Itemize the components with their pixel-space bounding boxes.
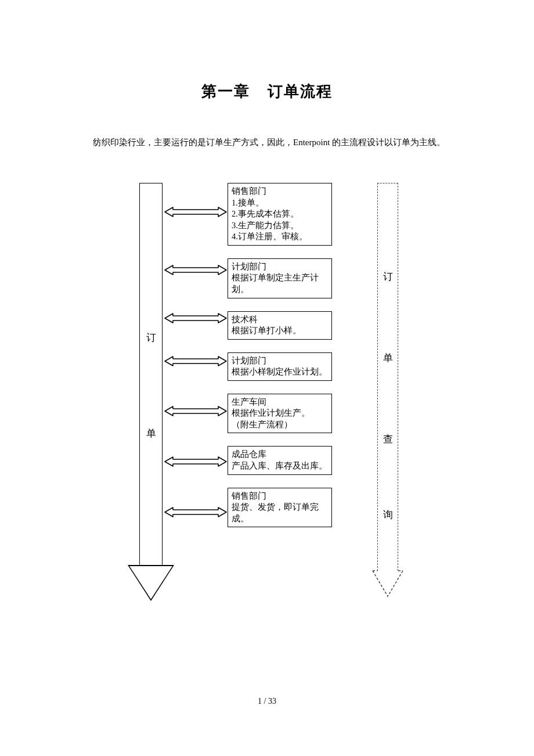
right-arrow-label-1: 订 — [377, 270, 398, 283]
process-box-body: 根据订单制定主生产计划。 — [232, 272, 328, 295]
process-box: 成品仓库产品入库、库存及出库。 — [228, 446, 332, 474]
chapter-title: 第一章订单流程 — [75, 81, 459, 102]
arrow-head-dashed-icon — [371, 570, 404, 597]
process-box: 销售部门1.接单。 2.事先成本估算。 3.生产能力估算。 4.订单注册、审核。 — [228, 183, 332, 246]
svg-marker-6 — [165, 507, 226, 517]
process-box: 计划部门根据小样制定作业计划。 — [228, 352, 332, 381]
process-box-dept: 生产车间 — [232, 397, 328, 408]
process-box: 技术科根据订单打小样。 — [228, 311, 332, 340]
process-box-dept: 计划部门 — [232, 261, 328, 273]
double-arrow-icon — [164, 405, 228, 417]
arrow-shaft — [139, 183, 163, 566]
process-box-dept: 技术科 — [232, 314, 328, 326]
process-box-body: 根据小样制定作业计划。 — [232, 366, 328, 378]
double-arrow-icon — [164, 456, 228, 467]
right-arrow-label-3: 查 — [377, 433, 398, 446]
svg-marker-1 — [165, 265, 226, 275]
process-box: 销售部门提货、发货，即订单完成。 — [228, 488, 332, 528]
svg-marker-4 — [165, 406, 226, 416]
double-arrow-icon — [164, 206, 228, 218]
double-arrow-icon — [164, 506, 228, 518]
process-box-dept: 计划部门 — [232, 355, 328, 367]
double-arrow-icon — [164, 264, 228, 276]
process-box: 生产车间根据作业计划生产。 （附生产流程） — [228, 394, 332, 434]
svg-marker-3 — [165, 357, 226, 366]
process-box-body: 根据作业计划生产。 （附生产流程） — [232, 408, 328, 430]
document-page: 第一章订单流程 纺织印染行业，主要运行的是订单生产方式，因此，Enterpoin… — [0, 0, 534, 636]
double-arrow-icon — [164, 355, 228, 367]
process-box-dept: 销售部门 — [232, 491, 328, 502]
process-box-body: 根据订单打小样。 — [232, 325, 328, 337]
intro-paragraph: 纺织印染行业，主要运行的是订单生产方式，因此，Enterpoint 的主流程设计… — [75, 134, 459, 151]
left-arrow-label-1: 订 — [139, 331, 163, 344]
svg-marker-2 — [165, 314, 226, 323]
process-box: 计划部门根据订单制定主生产计划。 — [228, 258, 332, 298]
arrow-head-icon — [128, 565, 174, 601]
title-chapter: 第一章 — [201, 83, 250, 100]
process-box-column: 销售部门1.接单。 2.事先成本估算。 3.生产能力估算。 4.订单注册、审核。… — [228, 183, 332, 540]
svg-marker-5 — [165, 457, 226, 466]
right-arrow-label-4: 询 — [377, 508, 398, 521]
title-subject: 订单流程 — [268, 83, 333, 100]
page-number: 1 / 33 — [0, 697, 534, 706]
left-arrow-label-2: 单 — [139, 427, 163, 440]
double-arrow-icon — [164, 312, 228, 324]
svg-marker-0 — [165, 207, 226, 217]
order-main-arrow: 订 单 — [134, 183, 168, 601]
order-query-arrow: 订 单 查 询 — [375, 183, 400, 601]
process-box-dept: 销售部门 — [232, 186, 328, 197]
right-arrow-label-2: 单 — [377, 351, 398, 365]
process-box-body: 提货、发货，即订单完成。 — [232, 502, 328, 524]
process-box-body: 1.接单。 2.事先成本估算。 3.生产能力估算。 4.订单注册、审核。 — [232, 197, 328, 243]
flow-diagram: 订 单 销售部门1.接单。 2.事先成本估算。 3.生产能力估算。 4.订单注册… — [134, 183, 400, 636]
process-box-dept: 成品仓库 — [232, 449, 328, 460]
process-box-body: 产品入库、库存及出库。 — [232, 460, 328, 472]
